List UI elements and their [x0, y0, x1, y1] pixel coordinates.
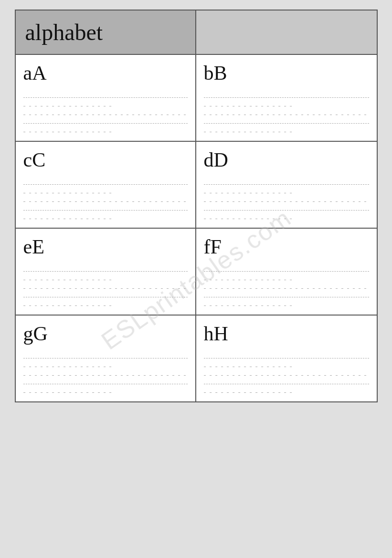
line-2: [204, 358, 295, 367]
lines-fF: [204, 263, 369, 306]
label-dD: dD: [204, 148, 369, 171]
line-4: [23, 202, 188, 211]
lines-cC: [23, 176, 188, 219]
line-1: [204, 89, 369, 98]
line-5: [204, 384, 295, 393]
cell-dD: dD: [196, 142, 377, 229]
header-title: alphabet: [16, 11, 196, 54]
lines-aA: [23, 89, 188, 132]
lines-gG: [23, 350, 188, 393]
cell-gG: gG: [16, 316, 196, 401]
line-5: [23, 384, 114, 393]
line-5: [204, 124, 295, 132]
line-5: [23, 124, 114, 132]
cell-fF: fF: [196, 229, 377, 316]
line-3: [204, 367, 369, 376]
line-4: [204, 202, 369, 211]
label-bB: bB: [204, 62, 369, 84]
cell-cC: cC: [16, 142, 196, 229]
line-2: [204, 185, 295, 193]
line-1: [204, 263, 369, 272]
line-3: [204, 193, 369, 202]
cell-eE: eE: [16, 229, 196, 316]
line-2: [23, 98, 114, 106]
line-2: [23, 185, 114, 193]
line-1: [204, 350, 369, 358]
line-3: [23, 193, 188, 202]
line-3: [204, 106, 369, 115]
line-1: [23, 89, 188, 98]
label-gG: gG: [23, 322, 188, 345]
line-2: [204, 98, 295, 106]
label-hH: hH: [204, 322, 369, 345]
cell-bB: bB: [196, 55, 377, 142]
line-3: [23, 280, 188, 289]
line-4: [23, 115, 188, 124]
header-col2: [196, 11, 377, 54]
line-2: [204, 272, 295, 280]
line-4: [204, 289, 369, 297]
line-1: [204, 176, 369, 185]
lines-eE: [23, 263, 188, 306]
line-5: [204, 211, 295, 219]
header-row: alphabet: [16, 11, 377, 55]
letter-grid: aA bB cC: [16, 55, 377, 401]
lines-hH: [204, 350, 369, 393]
line-3: [23, 367, 188, 376]
lines-dD: [204, 176, 369, 219]
label-cC: cC: [23, 148, 188, 171]
line-5: [23, 211, 114, 219]
lines-bB: [204, 89, 369, 132]
line-4: [23, 376, 188, 384]
line-4: [23, 289, 188, 297]
line-1: [23, 176, 188, 185]
label-aA: aA: [23, 62, 188, 84]
line-1: [23, 263, 188, 272]
line-1: [23, 350, 188, 358]
line-4: [204, 376, 369, 384]
cell-aA: aA: [16, 55, 196, 142]
line-3: [23, 106, 188, 115]
line-2: [23, 358, 114, 367]
worksheet: alphabet aA bB: [15, 10, 378, 402]
line-2: [23, 272, 114, 280]
label-fF: fF: [204, 235, 369, 258]
line-3: [204, 280, 369, 289]
line-5: [204, 297, 295, 306]
line-4: [204, 115, 369, 124]
label-eE: eE: [23, 235, 188, 258]
line-5: [23, 297, 114, 306]
cell-hH: hH: [196, 316, 377, 401]
